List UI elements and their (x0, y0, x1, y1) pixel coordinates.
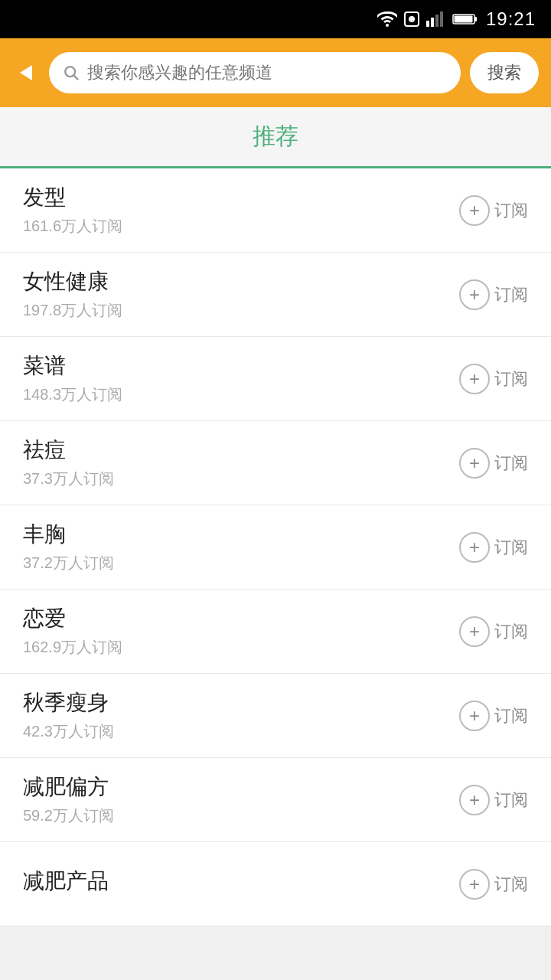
search-container (49, 52, 461, 93)
channel-name: 恋爱 (23, 605, 459, 632)
search-icon-wrap (63, 64, 80, 81)
channel-name: 女性健康 (23, 268, 459, 296)
channel-name: 菜谱 (23, 352, 459, 380)
channel-item[interactable]: 发型161.6万人订阅+订阅 (0, 168, 551, 253)
sim-icon (403, 11, 420, 28)
channel-item[interactable]: 菜谱148.3万人订阅+订阅 (0, 337, 551, 421)
channel-subscribers: 42.3万人订阅 (23, 721, 459, 742)
channel-item[interactable]: 祛痘37.3万人订阅+订阅 (0, 421, 551, 505)
plus-circle-icon: + (459, 448, 490, 479)
channel-info: 恋爱162.9万人订阅 (23, 605, 459, 658)
section-title: 推荐 (253, 121, 298, 152)
subscribe-button[interactable]: +订阅 (459, 364, 528, 394)
subscribe-button[interactable]: +订阅 (459, 448, 528, 479)
status-time: 19:21 (486, 8, 536, 30)
channel-info: 秋季瘦身42.3万人订阅 (23, 689, 459, 742)
svg-line-12 (73, 75, 78, 80)
channel-name: 减肥产品 (23, 867, 459, 895)
channel-subscribers: 37.2万人订阅 (23, 553, 459, 573)
wifi-icon (377, 11, 397, 27)
back-button[interactable] (12, 59, 40, 87)
svg-point-11 (65, 67, 75, 77)
channel-info: 减肥产品 (23, 867, 459, 900)
subscribe-label: 订阅 (494, 199, 528, 222)
subscribe-label: 订阅 (494, 452, 528, 475)
channel-info: 发型161.6万人订阅 (23, 184, 459, 237)
plus-circle-icon: + (459, 532, 490, 563)
channel-subscribers: 37.3万人订阅 (23, 469, 459, 489)
channel-subscribers: 148.3万人订阅 (23, 384, 459, 405)
svg-rect-6 (435, 15, 439, 27)
svg-rect-5 (431, 18, 434, 27)
subscribe-label: 订阅 (494, 873, 528, 896)
back-chevron-icon (20, 65, 32, 80)
plus-circle-icon: + (459, 869, 490, 900)
plus-circle-icon: + (459, 785, 490, 815)
plus-circle-icon: + (459, 279, 490, 310)
plus-circle-icon: + (459, 195, 490, 226)
channel-info: 菜谱148.3万人订阅 (23, 352, 459, 405)
channel-name: 祛痘 (23, 436, 459, 464)
svg-rect-4 (426, 21, 429, 27)
channel-subscribers: 59.2万人订阅 (23, 805, 459, 826)
channel-list: 发型161.6万人订阅+订阅女性健康197.8万人订阅+订阅菜谱148.3万人订… (0, 168, 551, 926)
channel-name: 减肥偏方 (23, 773, 459, 801)
channel-name: 丰胸 (23, 521, 459, 548)
channel-item[interactable]: 丰胸37.2万人订阅+订阅 (0, 505, 551, 590)
channel-item[interactable]: 秋季瘦身42.3万人订阅+订阅 (0, 674, 551, 758)
subscribe-label: 订阅 (494, 620, 528, 643)
channel-info: 丰胸37.2万人订阅 (23, 521, 459, 573)
channel-item[interactable]: 减肥偏方59.2万人订阅+订阅 (0, 758, 551, 842)
subscribe-label: 订阅 (494, 536, 528, 559)
channel-subscribers: 161.6万人订阅 (23, 216, 459, 237)
subscribe-button[interactable]: +订阅 (459, 785, 528, 815)
status-icons (377, 11, 478, 28)
svg-rect-7 (440, 11, 443, 27)
top-search-bar: 搜索 (0, 38, 551, 107)
signal-icon (426, 11, 446, 27)
channel-info: 减肥偏方59.2万人订阅 (23, 773, 459, 826)
plus-circle-icon: + (459, 701, 490, 731)
channel-subscribers: 162.9万人订阅 (23, 637, 459, 658)
channel-name: 秋季瘦身 (23, 689, 459, 717)
battery-icon (452, 12, 478, 26)
channel-info: 祛痘37.3万人订阅 (23, 436, 459, 489)
status-bar: 19:21 (0, 0, 551, 38)
channel-name: 发型 (23, 184, 459, 211)
channel-item[interactable]: 减肥产品+订阅 (0, 842, 551, 926)
subscribe-button[interactable]: +订阅 (459, 869, 528, 900)
plus-circle-icon: + (459, 364, 490, 394)
subscribe-button[interactable]: +订阅 (459, 195, 528, 226)
plus-circle-icon: + (459, 616, 490, 647)
channel-item[interactable]: 女性健康197.8万人订阅+订阅 (0, 253, 551, 337)
subscribe-button[interactable]: +订阅 (459, 279, 528, 310)
subscribe-button[interactable]: +订阅 (459, 616, 528, 647)
subscribe-button[interactable]: +订阅 (459, 701, 528, 731)
channel-info: 女性健康197.8万人订阅 (23, 268, 459, 321)
section-header: 推荐 (0, 107, 551, 168)
search-icon (63, 64, 80, 81)
channel-subscribers: 197.8万人订阅 (23, 300, 459, 321)
search-input[interactable] (87, 63, 447, 83)
channel-item[interactable]: 恋爱162.9万人订阅+订阅 (0, 590, 551, 674)
subscribe-label: 订阅 (494, 789, 528, 812)
subscribe-label: 订阅 (494, 368, 528, 390)
subscribe-label: 订阅 (494, 704, 528, 727)
subscribe-label: 订阅 (494, 283, 528, 306)
svg-rect-10 (454, 16, 472, 23)
search-button[interactable]: 搜索 (470, 52, 539, 93)
subscribe-button[interactable]: +订阅 (459, 532, 528, 563)
svg-rect-9 (474, 17, 477, 21)
